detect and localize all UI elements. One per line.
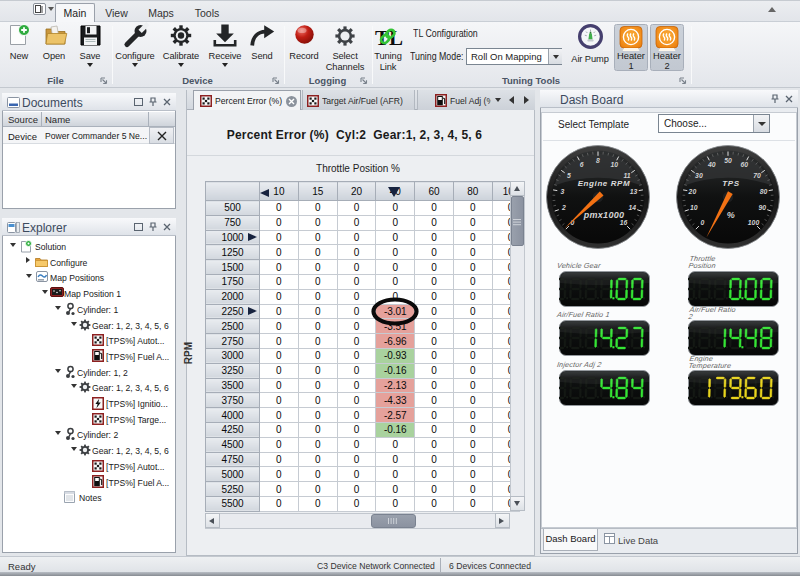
svg-text:13: 13 bbox=[630, 188, 638, 195]
svg-text:6: 6 bbox=[580, 161, 584, 168]
svg-text:10: 10 bbox=[611, 161, 619, 168]
svg-text:TPS: TPS bbox=[722, 179, 739, 188]
svg-text:60: 60 bbox=[741, 161, 749, 168]
svg-text:3: 3 bbox=[561, 188, 565, 195]
svg-text:16: 16 bbox=[620, 219, 628, 226]
svg-text:8: 8 bbox=[596, 157, 600, 164]
svg-text:%: % bbox=[727, 210, 735, 220]
svg-text:80: 80 bbox=[760, 188, 768, 195]
svg-text:Engine RPM: Engine RPM bbox=[578, 179, 631, 188]
svg-text:100: 100 bbox=[748, 219, 760, 226]
svg-text:70: 70 bbox=[753, 172, 761, 179]
svg-text:14: 14 bbox=[628, 204, 636, 211]
svg-text:90: 90 bbox=[758, 204, 766, 211]
svg-text:40: 40 bbox=[707, 161, 716, 168]
svg-text:5: 5 bbox=[567, 172, 571, 179]
svg-text:pmx1000: pmx1000 bbox=[583, 210, 625, 220]
svg-text:0: 0 bbox=[701, 219, 705, 226]
svg-text:2: 2 bbox=[561, 204, 566, 211]
svg-text:20: 20 bbox=[688, 188, 697, 195]
svg-text:50: 50 bbox=[724, 157, 732, 164]
svg-text:30: 30 bbox=[695, 172, 703, 179]
svg-text:10: 10 bbox=[690, 204, 698, 211]
